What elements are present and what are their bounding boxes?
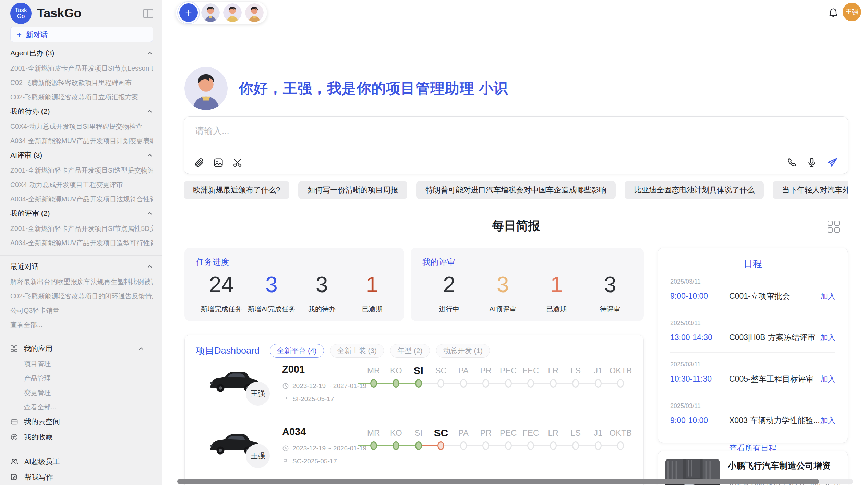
join-meeting-link[interactable]: 加入 bbox=[820, 333, 835, 343]
milestone-dot bbox=[482, 441, 489, 450]
news-title: 小鹏飞行汽车制造公司增资 bbox=[728, 460, 840, 471]
recent-chat-item[interactable]: 解释最新出台的欧盟报废车法规再生塑料比例被调至15%... bbox=[10, 278, 153, 285]
milestone-dot bbox=[527, 379, 534, 388]
session-avatar-1[interactable] bbox=[201, 3, 220, 22]
suggestion-chips: 欧洲新规最近颁布了什么?如何写一份清晰的项目周报特朗普可能对进口汽车增税会对中国… bbox=[184, 181, 848, 199]
recent-chat-item[interactable]: 公司Q3轻卡销量 bbox=[10, 307, 153, 314]
milestone: SC bbox=[430, 363, 453, 388]
notification-bell-icon[interactable] bbox=[828, 8, 839, 20]
event-time: 13:00-14:30 bbox=[670, 333, 729, 342]
app-sub-item[interactable]: 项目管理 bbox=[24, 360, 153, 367]
milestone-dot-row bbox=[407, 440, 430, 451]
recent-chat-item[interactable]: C02-飞腾新能源轻客改款项目的闭环通告反馈情况 bbox=[10, 293, 153, 299]
event-time: 10:30-11:30 bbox=[670, 374, 729, 384]
dashboard-tab[interactable]: 全新上装 (3) bbox=[330, 344, 384, 358]
collapse-sidebar-icon[interactable] bbox=[143, 9, 153, 18]
attachment-icon[interactable] bbox=[194, 157, 205, 168]
milestone-dot bbox=[393, 379, 399, 388]
event-title: C003|H0B-方案冻结评审 bbox=[729, 332, 820, 343]
sidebar-item[interactable]: C0X4-动力总成开发项目SI里程碑提交物检查 bbox=[10, 123, 153, 130]
project-flag-milestone: SC-2025-05-17 bbox=[282, 458, 337, 465]
sidebar-item[interactable]: Z001-全新燃油轻卡产品开发项目SI造型提交物评审 bbox=[10, 167, 153, 174]
suggestion-chip[interactable]: 如何写一份清晰的项目周报 bbox=[298, 181, 407, 199]
app-sub-item[interactable]: 产品管理 bbox=[24, 375, 153, 382]
app-sub-item[interactable]: 变更管理 bbox=[24, 389, 153, 396]
project-row: 王强Z0012023-12-19 ~ 2027-01-19SI-2025-05-… bbox=[185, 362, 643, 420]
milestone-dot bbox=[595, 441, 602, 450]
sidebar-section-header[interactable]: Agent已办 (3) bbox=[10, 49, 153, 57]
sidebar-item-favorites[interactable]: 我的收藏 bbox=[10, 433, 153, 441]
sidebar-divider bbox=[0, 450, 162, 450]
flag-icon bbox=[282, 458, 289, 465]
sidebar-section-label: Agent已办 (3) bbox=[10, 48, 54, 58]
suggestion-chip[interactable]: 当下年轻人对汽车外观有怎样的喜好趋势 bbox=[773, 181, 848, 199]
user-avatar[interactable]: 王强 bbox=[843, 3, 861, 21]
sidebar-section-header[interactable]: AI评审 (3) bbox=[10, 151, 153, 159]
horizontal-scrollbar-thumb[interactable] bbox=[177, 479, 819, 484]
milestone: FEC bbox=[520, 425, 542, 451]
dashboard-tab[interactable]: 全新平台 (4) bbox=[270, 344, 324, 358]
milestone: LR bbox=[542, 425, 565, 451]
sidebar-item-cloud-space[interactable]: 我的云空间 bbox=[10, 418, 153, 426]
join-meeting-link[interactable]: 加入 bbox=[820, 291, 835, 301]
milestone-dot-row bbox=[385, 440, 408, 451]
recent-view-all-link[interactable]: 查看全部... bbox=[10, 321, 153, 328]
sidebar-section-header-recent[interactable]: 最近对话 bbox=[10, 262, 153, 271]
event-row: 10:30-11:30C005-整车工程目标评审加入 bbox=[670, 374, 835, 384]
project-owner-badge: 王强 bbox=[246, 382, 270, 406]
layout-grid-icon[interactable] bbox=[828, 221, 840, 233]
sidebar-item[interactable]: A034-全新新能源MUV产品开发项目造型可行性评审 bbox=[10, 239, 153, 246]
sidebar-item[interactable]: A034-全新新能源MUV产品开发项目法规符合性评审 bbox=[10, 196, 153, 202]
add-session-button[interactable]: + bbox=[179, 3, 198, 22]
session-avatar-2[interactable] bbox=[223, 3, 242, 22]
stat-label: AI预评审 bbox=[476, 304, 530, 314]
milestone: J1 bbox=[587, 363, 610, 388]
stat-value: 1 bbox=[347, 274, 397, 296]
milestone-label: SC bbox=[430, 425, 453, 440]
phone-call-icon[interactable] bbox=[786, 157, 797, 168]
join-meeting-link[interactable]: 加入 bbox=[820, 374, 835, 384]
join-meeting-link[interactable]: 加入 bbox=[820, 415, 835, 426]
milestone-label: LR bbox=[542, 425, 565, 440]
milestone: SI bbox=[407, 363, 430, 388]
suggestion-chip[interactable]: 比亚迪全固态电池计划具体说了什么 bbox=[625, 181, 764, 199]
greeting-block: 你好，王强，我是你的项目管理助理 小识 bbox=[184, 66, 508, 110]
session-avatar-3[interactable] bbox=[245, 3, 264, 22]
dashboard-tab[interactable]: 年型 (2) bbox=[390, 344, 430, 358]
image-icon[interactable] bbox=[213, 157, 224, 168]
suggestion-chip[interactable]: 欧洲新规最近颁布了什么? bbox=[184, 181, 289, 199]
milestone-dot-row bbox=[362, 440, 385, 451]
sidebar-section-header[interactable]: 我的评审 (2) bbox=[10, 209, 153, 217]
milestone-dot-row bbox=[587, 440, 610, 451]
dashboard-tab[interactable]: 动总开发 (1) bbox=[436, 344, 490, 358]
chat-input[interactable] bbox=[194, 124, 838, 148]
stat-column: 3待评审 bbox=[583, 274, 637, 314]
milestone-dot-row bbox=[430, 378, 453, 388]
sidebar-item[interactable]: Z001-全新燃油皮卡产品开发项目SI节点Lesson Learn报告 bbox=[10, 65, 153, 72]
sidebar-item[interactable]: C02-飞腾新能源轻客改款项目里程碑画布 bbox=[10, 79, 153, 86]
my-review-card: 我的评审 2进行中3AI预评审1已逾期3待评审 bbox=[411, 248, 644, 321]
chevron-up-icon bbox=[58, 345, 145, 352]
sidebar-header: Task Go TaskGo bbox=[10, 3, 153, 24]
sidebar-item-tool[interactable]: AI超级员工 bbox=[10, 458, 153, 466]
scissors-icon[interactable] bbox=[232, 157, 243, 168]
new-chat-button[interactable]: + 新对话 bbox=[10, 27, 153, 42]
send-icon[interactable] bbox=[826, 157, 839, 168]
sidebar-section-header[interactable]: 我的待办 (2) bbox=[10, 107, 153, 115]
milestone: PEC bbox=[497, 425, 520, 451]
chevron-up-icon bbox=[146, 108, 153, 115]
event-time: 9:00-10:00 bbox=[670, 291, 729, 301]
sidebar-item[interactable]: C02-飞腾新能源轻客改款项目立项汇报方案 bbox=[10, 94, 153, 100]
event-row: 13:00-14:30C003|H0B-方案冻结评审加入 bbox=[670, 332, 835, 343]
sidebar-item-my-apps[interactable]: 我的应用 bbox=[10, 345, 153, 353]
sidebar-item[interactable]: C0X4-动力总成开发项目工程变更评审 bbox=[10, 181, 153, 188]
stat-value: 1 bbox=[530, 274, 583, 296]
suggestion-chip[interactable]: 特朗普可能对进口汽车增税会对中国车企造成哪些影响 bbox=[416, 181, 616, 199]
sidebar-item[interactable]: Z001-全新燃油轻卡产品开发项目SI节点属性5D文件评审 bbox=[10, 225, 153, 232]
microphone-icon[interactable] bbox=[806, 157, 817, 168]
chevron-up-icon bbox=[146, 210, 153, 217]
apps-view-all-link[interactable]: 查看全部... bbox=[24, 403, 153, 410]
sidebar-item[interactable]: A034-全新新能源MUV产品开发项目计划变更表编写 bbox=[10, 137, 153, 144]
sidebar-item-tool[interactable]: 帮我写作 bbox=[10, 473, 153, 481]
milestone-label: J1 bbox=[587, 425, 610, 440]
